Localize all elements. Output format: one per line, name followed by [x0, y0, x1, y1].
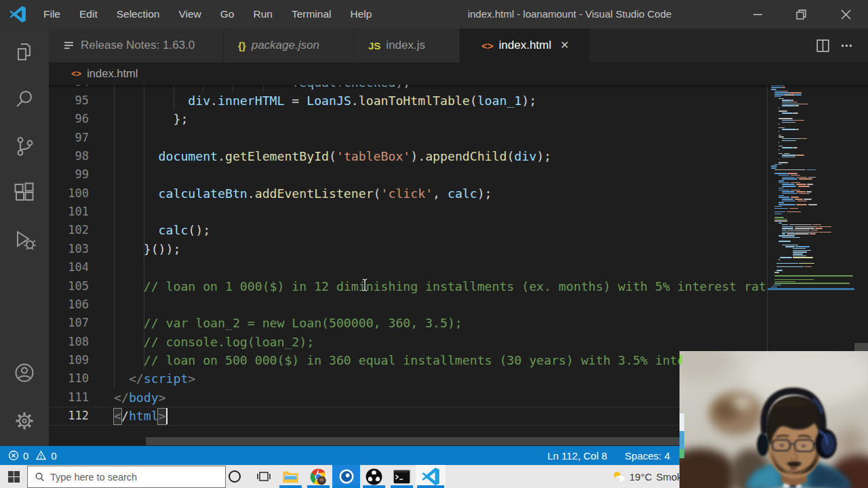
minimap-line [774, 217, 783, 218]
minimap-line [791, 197, 799, 198]
minimap-line [782, 199, 793, 200]
code-line[interactable]: </script> [114, 369, 195, 388]
code-line[interactable]: // loan on 500 000($) in 360 equal insta… [114, 351, 751, 369]
minimap-line [798, 186, 810, 187]
minimap-line [778, 162, 789, 163]
minimap-line [778, 259, 781, 260]
code-line[interactable]: }()); [114, 240, 180, 258]
indentation-status[interactable]: Spaces: 4 [625, 450, 670, 462]
tab-close-icon[interactable]: ✕ [560, 40, 569, 51]
code-line[interactable]: }; [114, 110, 188, 128]
minimap-line [778, 197, 789, 198]
running-app-indicator [363, 485, 385, 488]
minimap-line [778, 175, 789, 176]
terminal-button[interactable] [388, 465, 416, 488]
weather-widget[interactable]: 19°C Smoke [612, 465, 688, 488]
file-explorer-button[interactable] [277, 465, 304, 488]
errors-icon [8, 450, 19, 461]
tab-package-json[interactable]: {} package.json [224, 28, 355, 62]
minimap-line [812, 224, 821, 226]
minimap-line [793, 102, 797, 103]
minimap-line [785, 246, 794, 247]
webcam-video [679, 351, 868, 488]
explorer-icon[interactable] [12, 40, 37, 64]
minimap-line [793, 113, 798, 114]
cortana-icon [228, 470, 241, 483]
accounts-icon[interactable] [12, 361, 37, 386]
json-braces-icon: {} [238, 40, 246, 52]
minimap-line [782, 201, 795, 202]
code-line[interactable]: document.getElementById('tableBox').appe… [114, 147, 551, 165]
breadcrumb[interactable]: <> index.html [49, 62, 868, 85]
close-button[interactable] [826, 0, 865, 28]
menu-terminal[interactable]: Terminal [282, 0, 341, 28]
minimap-line [778, 118, 793, 119]
minimap-line [793, 120, 804, 121]
cortana-button[interactable] [220, 465, 248, 488]
obs-button[interactable] [360, 465, 388, 488]
minimap-line [795, 199, 803, 200]
minimap-line [774, 219, 787, 220]
vscode-taskbar-button[interactable] [416, 465, 446, 488]
source-control-icon[interactable] [12, 134, 37, 159]
menu-selection[interactable]: Selection [107, 0, 170, 28]
minimap-line [782, 147, 793, 148]
minimap-line [778, 131, 779, 132]
menu-go[interactable]: Go [211, 0, 244, 28]
problems-status[interactable]: 0 0 [8, 450, 57, 462]
task-view-button[interactable] [250, 465, 277, 488]
minimap-line [806, 191, 812, 192]
minimap-line [782, 232, 795, 233]
code-line[interactable]: // var loan_2 = new Loan(500000, 360, 3.… [114, 314, 462, 332]
minimap-line [778, 159, 779, 160]
run-and-debug-icon[interactable] [12, 228, 37, 252]
code-line[interactable]: calculateBtn.addEventListener('click', c… [114, 184, 492, 203]
minimap-line [789, 208, 798, 209]
extensions-icon[interactable] [12, 181, 37, 205]
code-line[interactable]: calc(); [114, 221, 210, 239]
minimap-line [778, 142, 779, 143]
start-button[interactable] [0, 465, 27, 488]
horizontal-scrollbar-thumb[interactable] [146, 437, 767, 445]
tab-index-js[interactable]: JS index.js [355, 28, 460, 62]
menu-run[interactable]: Run [243, 0, 281, 28]
minimap-line [795, 138, 801, 140]
minimap-line [804, 199, 812, 200]
minimap-line [799, 263, 814, 264]
camera-app-button[interactable] [332, 465, 360, 488]
minimap-line [787, 233, 809, 235]
code-line[interactable]: // loan on 1 000($) in 12 diminishing in… [114, 277, 767, 296]
tab-release-notes[interactable]: Release Notes: 1.63.0 [49, 28, 224, 62]
search-icon[interactable] [12, 87, 37, 111]
minimap-line [795, 105, 800, 106]
more-actions-icon[interactable] [840, 39, 853, 52]
settings-gear-icon[interactable] [12, 409, 37, 433]
breadcrumb-file: index.html [87, 67, 138, 80]
minimap-line [782, 193, 797, 195]
list-icon [64, 40, 75, 52]
minimap-line [793, 253, 803, 255]
search-placeholder: Type here to search [50, 472, 137, 483]
running-app-indicator [332, 485, 360, 488]
chrome-button[interactable] [304, 465, 332, 488]
terminal-icon [393, 468, 411, 486]
code-line[interactable]: </body> [114, 388, 166, 407]
menu-view[interactable]: View [169, 0, 210, 28]
menu-edit[interactable]: Edit [70, 0, 107, 28]
minimize-button[interactable] [738, 0, 777, 28]
menu-file[interactable]: File [34, 0, 70, 28]
menu-help[interactable]: Help [341, 0, 382, 28]
minimap-line [795, 226, 817, 228]
code-line[interactable]: div.innerHTML = LoanJS.loanToHtmlTable(l… [114, 92, 536, 110]
tab-index-html[interactable]: <> index.html ✕ [460, 28, 590, 62]
tab-label: index.html [499, 39, 551, 52]
maximize-button[interactable] [781, 0, 821, 28]
minimap-line [774, 96, 781, 98]
minimap-line [774, 281, 795, 283]
split-editor-icon[interactable] [816, 39, 829, 52]
minimap-line [778, 135, 781, 136]
taskbar-search-input[interactable]: Type here to search [27, 466, 226, 488]
horizontal-scrollbar[interactable] [49, 436, 767, 446]
task-view-icon [257, 470, 271, 483]
cursor-position-status[interactable]: Ln 112, Col 8 [547, 450, 607, 462]
